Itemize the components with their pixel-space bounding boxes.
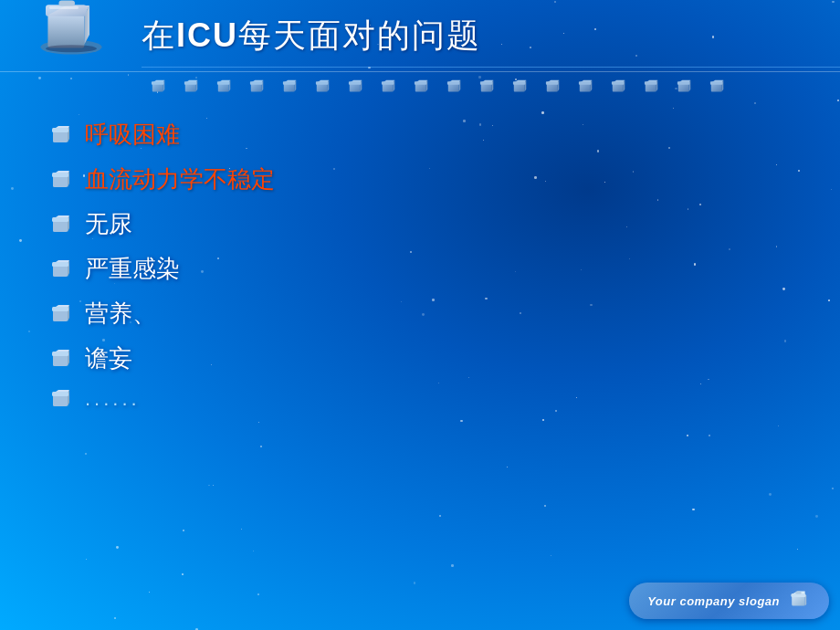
svg-rect-19: [217, 81, 230, 85]
svg-rect-107: [52, 392, 68, 396]
svg-rect-112: [795, 592, 801, 594]
decorative-cube-icon: [216, 79, 233, 95]
list-item-text: 营养、: [85, 298, 156, 330]
decorative-cube-icon: [709, 79, 726, 95]
content-list: 呼吸困难血流动力学不稳定无尿严重感染营养、谵妄......: [50, 119, 275, 424]
svg-point-7: [46, 45, 97, 52]
decorative-cube-icon: [348, 79, 364, 95]
slogan-cube-icon: [789, 590, 811, 612]
header: 在ICU每天面对的问题: [0, 0, 840, 71]
title-bold: ICU: [176, 16, 238, 54]
svg-rect-31: [316, 81, 329, 85]
bullet-cube-icon: [50, 302, 74, 326]
svg-rect-59: [546, 81, 559, 85]
decorative-cube-icon: [249, 79, 266, 95]
slogan-bar: Your company slogan: [629, 583, 829, 619]
svg-rect-39: [382, 81, 394, 85]
decorative-cube-icon: [184, 79, 200, 95]
decorative-cube-icon: [545, 79, 562, 95]
svg-rect-23: [250, 81, 263, 85]
svg-rect-63: [579, 81, 592, 85]
list-item: 谵妄: [50, 342, 275, 374]
decorative-cube-icon: [381, 79, 397, 95]
bullet-cube-icon: [50, 213, 74, 236]
decorative-cube-icon: [677, 79, 693, 95]
svg-rect-103: [52, 352, 68, 356]
svg-rect-75: [677, 81, 690, 85]
svg-rect-55: [513, 81, 526, 85]
decorative-cube-icon: [151, 79, 167, 95]
svg-rect-87: [52, 173, 68, 177]
svg-rect-79: [710, 81, 723, 85]
svg-rect-11: [152, 81, 164, 85]
svg-rect-95: [52, 262, 68, 267]
page-title: 在ICU每天面对的问题: [142, 14, 481, 58]
list-item: 血流动力学不稳定: [50, 163, 275, 195]
svg-rect-15: [184, 81, 197, 85]
list-item: 呼吸困难: [50, 119, 275, 151]
decorative-cube-icon: [446, 79, 463, 95]
decorative-cube-icon: [479, 79, 496, 95]
decorative-cube-icon: [282, 79, 299, 95]
svg-rect-71: [645, 81, 657, 85]
svg-rect-43: [415, 81, 427, 85]
svg-rect-35: [349, 81, 362, 85]
list-item: 严重感染: [50, 253, 275, 285]
list-item-text: 严重感染: [85, 253, 180, 285]
top-separator: [0, 71, 840, 72]
svg-rect-27: [283, 81, 296, 85]
decorative-cube-icon: [611, 79, 627, 95]
list-item-text: 呼吸困难: [85, 119, 180, 151]
svg-rect-1: [47, 15, 84, 47]
svg-rect-47: [447, 81, 460, 85]
decorative-cube-icon: [315, 79, 331, 95]
svg-rect-6: [49, 6, 79, 9]
icons-row: [0, 73, 840, 100]
bullet-cube-icon: [50, 257, 74, 281]
list-item: ......: [50, 387, 275, 411]
decorative-cube-icon: [578, 79, 594, 95]
bullet-cube-icon: [50, 347, 74, 371]
list-item: 营养、: [50, 298, 275, 330]
list-item: 无尿: [50, 208, 275, 240]
logo-area: [0, 0, 142, 71]
list-item-text: 无尿: [85, 208, 132, 240]
bullet-cube-icon: [50, 387, 74, 411]
title-prefix: 在: [142, 16, 176, 54]
svg-rect-99: [52, 307, 68, 311]
decorative-cube-icon: [644, 79, 660, 95]
main-cube-icon: [35, 0, 108, 68]
svg-rect-83: [52, 128, 68, 132]
slogan-text: Your company slogan: [647, 594, 780, 608]
header-line: [142, 67, 840, 68]
decorative-cube-icon: [414, 79, 430, 95]
svg-rect-91: [52, 217, 68, 222]
title-suffix: 每天面对的问题: [238, 16, 481, 54]
svg-rect-51: [480, 81, 493, 85]
bullet-cube-icon: [50, 123, 74, 147]
decorative-cube-icon: [512, 79, 529, 95]
list-item-text: 血流动力学不稳定: [85, 163, 275, 195]
bullet-cube-icon: [50, 168, 74, 192]
svg-rect-5: [58, 0, 75, 5]
list-item-text: ......: [85, 387, 141, 411]
list-item-text: 谵妄: [85, 342, 132, 374]
svg-rect-67: [612, 81, 625, 85]
